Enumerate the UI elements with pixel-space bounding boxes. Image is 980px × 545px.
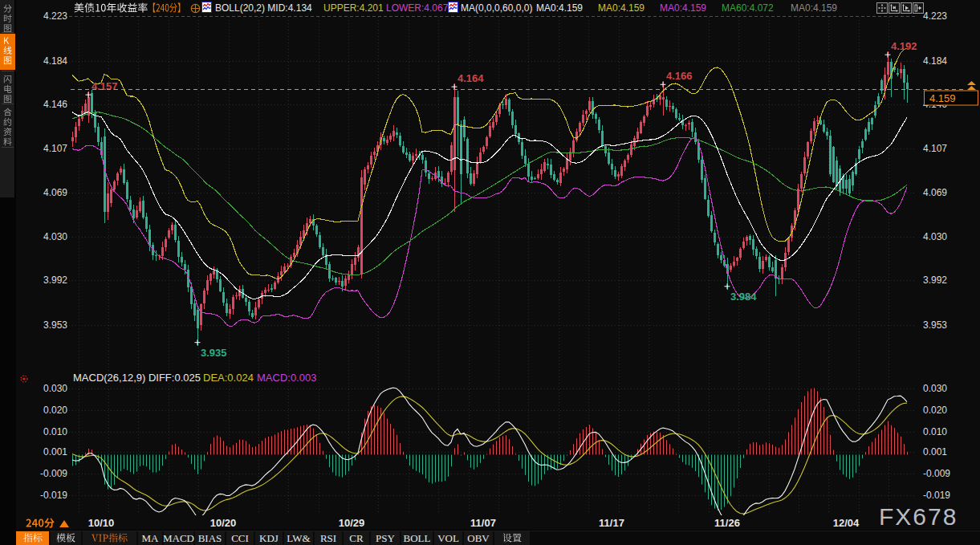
toolbar-label-svg bbox=[91, 533, 128, 543]
chart-controls bbox=[876, 2, 924, 17]
period-label bbox=[26, 518, 55, 529]
sidebar-separator bbox=[2, 32, 14, 33]
indicator-toolbar: MA MACD BIAS CCI KDJ LW& RSI CR PSY BOLL… bbox=[16, 531, 980, 545]
chart-period bbox=[148, 2, 185, 14]
date-axis-label: 11/17 bbox=[599, 517, 624, 529]
toolbar-item-label: CR bbox=[349, 532, 363, 545]
high-annotation: 4.192 bbox=[891, 40, 917, 52]
price-axis-label-left: 4.030 bbox=[43, 231, 67, 242]
toolbar-label-svg bbox=[23, 533, 43, 543]
toolbar-item-label: BOLL bbox=[404, 532, 431, 545]
sidebar-tab-0[interactable] bbox=[0, 2, 15, 31]
toolbar-item-6[interactable]: CCI bbox=[226, 531, 254, 545]
toolbar-item-14[interactable]: OBV bbox=[464, 531, 493, 545]
toolbar-item-1[interactable] bbox=[51, 531, 81, 545]
pan-right-icon[interactable] bbox=[913, 2, 924, 17]
toolbar-item-9[interactable]: RSI bbox=[315, 531, 342, 545]
toolbar-item-5[interactable]: BIAS bbox=[195, 531, 225, 545]
sidebar-tab-3[interactable] bbox=[0, 105, 15, 146]
legend-ma-3: MA0:4.159 bbox=[660, 2, 706, 14]
sidebar-tab-2[interactable] bbox=[0, 72, 15, 102]
macd-legend-1: DEA:0.024 bbox=[203, 372, 254, 384]
price-axis-label-left: 4.107 bbox=[43, 143, 67, 154]
sidebar-tabstrip bbox=[0, 0, 15, 197]
date-axis-label: 10/10 bbox=[88, 517, 115, 529]
chart-title bbox=[74, 2, 148, 14]
macd-axis-label-left: -0.019 bbox=[40, 490, 67, 501]
sidebar-tab-1[interactable] bbox=[0, 34, 15, 70]
play-forward-icon[interactable] bbox=[901, 2, 912, 17]
legend-ma-4: MA60:4.072 bbox=[722, 2, 774, 14]
macd-axis-label-right: 0.030 bbox=[923, 383, 947, 394]
toolbar-item-4[interactable]: MACD bbox=[164, 531, 193, 545]
toolbar-label-svg bbox=[56, 533, 75, 543]
toolbar-item-13[interactable]: VOL bbox=[434, 531, 462, 545]
crosshair-tool-icon[interactable] bbox=[876, 2, 888, 17]
toolbar-item-label: OBV bbox=[467, 532, 489, 545]
triangle-up-icon bbox=[59, 520, 69, 527]
sidebar-tab-3-label bbox=[3, 108, 12, 147]
toolbar-item-0[interactable] bbox=[16, 531, 49, 545]
price-axis-label-right: 3.953 bbox=[923, 319, 947, 331]
toolbar-item-label: MA bbox=[142, 532, 159, 545]
zoom-fit-left-icon[interactable] bbox=[889, 2, 900, 17]
toolbar-item-11[interactable]: PSY bbox=[371, 531, 400, 545]
sidebar-tab-0-label bbox=[3, 4, 12, 34]
macd-settings-icon[interactable] bbox=[19, 374, 29, 384]
toolbar-item-2[interactable] bbox=[83, 531, 136, 545]
price-axis-label-right: 4.184 bbox=[923, 55, 947, 67]
price-axis-label-left: 4.146 bbox=[43, 99, 67, 110]
price-axis-label-right: 4.107 bbox=[923, 143, 947, 154]
toolbar-item-label: VOL bbox=[437, 532, 459, 545]
toolbar-item-3[interactable]: MA bbox=[138, 531, 162, 545]
toolbar-item-15[interactable] bbox=[494, 531, 530, 545]
macd-axis-label-right: -0.019 bbox=[923, 490, 950, 501]
chart-area[interactable]: 4.2234.2234.1844.1844.1464.1464.1074.107… bbox=[16, 0, 980, 530]
macd-axis-label-left: 0.001 bbox=[43, 446, 67, 458]
legend-boll-1: UPPER:4.201 bbox=[323, 2, 384, 14]
watermark: FX678 bbox=[879, 503, 958, 530]
high-annotation: 4.166 bbox=[666, 70, 693, 82]
period-selector[interactable] bbox=[26, 518, 69, 529]
trading-terminal-window: 4.2234.2234.1844.1844.1464.1464.1074.107… bbox=[0, 0, 980, 545]
macd-axis-label-right: -0.009 bbox=[923, 468, 950, 479]
add-indicator-icon[interactable] bbox=[190, 3, 201, 14]
macd-legend-0: MACD(26,12,9) DIFF:0.025 bbox=[73, 372, 201, 384]
sidebar-separator bbox=[2, 71, 14, 71]
date-axis-label: 10/29 bbox=[339, 517, 365, 529]
macd-legend-bar: MACD(26,12,9) DIFF:0.025DEA:0.024MACD:0.… bbox=[16, 372, 980, 384]
low-annotation: 3.984 bbox=[730, 291, 757, 303]
price-axis-label-left: 3.992 bbox=[43, 275, 67, 286]
toolbar-item-12[interactable]: BOLL bbox=[401, 531, 433, 545]
macd-axis-label-right: 0.001 bbox=[923, 446, 947, 458]
boll-indicator-icon[interactable] bbox=[201, 2, 213, 14]
toolbar-item-label: LW& bbox=[287, 532, 310, 545]
macd-axis-label-left: 0.030 bbox=[43, 383, 67, 394]
macd-axis-label-right: 0.010 bbox=[923, 426, 947, 437]
toolbar-item-7[interactable]: KDJ bbox=[255, 531, 283, 545]
sidebar-separator bbox=[2, 147, 14, 148]
candlestick-macd-chart[interactable]: 4.2234.2234.1844.1844.1464.1464.1074.107… bbox=[16, 0, 980, 530]
sidebar-tab-2-label bbox=[3, 75, 12, 104]
toolbar-item-10[interactable]: CR bbox=[344, 531, 369, 545]
price-axis-label-right: 3.992 bbox=[923, 275, 947, 286]
toolbar-item-8[interactable]: LW& bbox=[284, 531, 313, 545]
macd-axis-label-right: 0.020 bbox=[923, 405, 947, 416]
sidebar bbox=[0, 0, 16, 545]
toolbar-item-label: BIAS bbox=[198, 532, 222, 545]
legend-boll-0: BOLL(20,2) MID:4.134 bbox=[215, 2, 312, 14]
toolbar-label-svg bbox=[502, 533, 522, 543]
price-axis-label-left: 3.953 bbox=[43, 319, 67, 331]
macd-legend-2: MACD:0.003 bbox=[257, 372, 316, 384]
toolbar-item-label: RSI bbox=[320, 532, 336, 545]
toolbar-item-label: PSY bbox=[376, 532, 395, 545]
price-axis-label-right: 4.030 bbox=[923, 231, 947, 242]
date-axis-label: 12/04 bbox=[833, 517, 860, 529]
price-axis-label-left: 4.069 bbox=[43, 187, 67, 198]
low-annotation: 3.935 bbox=[201, 347, 227, 359]
macd-axis-label-left: 0.020 bbox=[43, 405, 67, 416]
legend-ma-5: MA0:4.159 bbox=[791, 2, 837, 14]
legend-ma-2: MA0:4.159 bbox=[598, 2, 645, 14]
high-annotation: 4.164 bbox=[457, 72, 484, 84]
ma-indicator-icon[interactable] bbox=[448, 2, 459, 14]
